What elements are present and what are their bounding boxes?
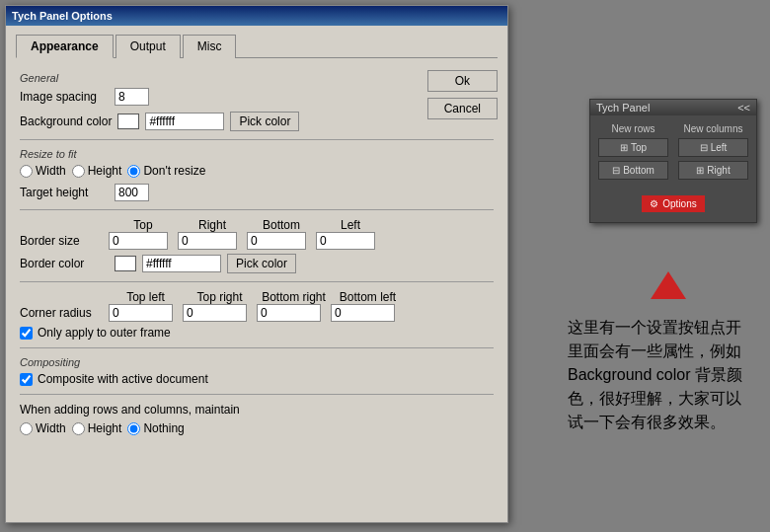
corner-br-header: Bottom right (257, 290, 331, 304)
corner-radius-row: Corner radius (20, 304, 494, 322)
composite-row: Composite with active document (20, 372, 494, 386)
border-size-row: Border size (20, 232, 494, 250)
corner-inputs (109, 304, 405, 322)
border-size-table: Top Right Bottom Left Border size (20, 218, 494, 250)
border-left-input[interactable] (316, 232, 375, 250)
radio-width2-input[interactable] (20, 422, 33, 435)
tych-panel-window: Tych Panel << New rows ⊞ Top ⊟ Bottom Ne… (589, 99, 757, 223)
divider-3 (20, 281, 494, 282)
chinese-text-panel: 这里有一个设置按钮点开里面会有一些属性，例如Background color 背… (553, 306, 770, 444)
radio-nothing[interactable]: Nothing (127, 421, 184, 435)
new-rows-label: New rows (598, 123, 668, 134)
tab-output[interactable]: Output (116, 35, 181, 58)
radio-height-input[interactable] (72, 165, 85, 178)
tab-misc[interactable]: Misc (183, 35, 237, 58)
divider-1 (20, 139, 494, 140)
target-height-label: Target height (20, 186, 109, 199)
corner-radius-table: Top left Top right Bottom right Bottom l… (20, 290, 494, 322)
divider-2 (20, 209, 494, 210)
corner-tr-input[interactable] (183, 304, 247, 322)
corner-tl-input[interactable] (109, 304, 173, 322)
options-row: ⚙ Options (598, 191, 748, 216)
tych-panel-collapse[interactable]: << (737, 102, 750, 114)
red-arrow-icon (651, 271, 686, 299)
bg-color-swatch[interactable] (117, 114, 139, 129)
radio-height2[interactable]: Height (72, 421, 122, 435)
right-icon: ⊞ (696, 165, 704, 176)
tych-panel-body: New rows ⊞ Top ⊟ Bottom New columns ⊟ Le… (590, 115, 756, 222)
bg-color-row: Background color Pick color (20, 112, 494, 131)
top-icon: ⊞ (620, 142, 628, 153)
radio-width2[interactable]: Width (20, 421, 66, 435)
radio-height[interactable]: Height (72, 164, 122, 178)
new-columns-label: New columns (678, 123, 748, 134)
tab-appearance[interactable]: Appearance (16, 35, 114, 58)
corner-tl-header: Top left (109, 290, 183, 304)
chinese-text: 这里有一个设置按钮点开里面会有一些属性，例如Background color 背… (568, 319, 742, 430)
main-dialog: Tych Panel Options Appearance Output Mis… (5, 5, 508, 523)
border-right-header: Right (178, 218, 247, 232)
bottom-button[interactable]: ⊟ Bottom (598, 161, 668, 180)
right-button[interactable]: ⊞ Right (678, 161, 748, 180)
dialog-titlebar: Tych Panel Options (6, 6, 507, 26)
radio-width[interactable]: Width (20, 164, 66, 178)
tych-new-columns-col: New columns ⊟ Left ⊞ Right (678, 123, 748, 184)
dialog-title: Tych Panel Options (12, 10, 113, 22)
top-button[interactable]: ⊞ Top (598, 138, 668, 157)
left-icon: ⊟ (700, 142, 708, 153)
border-top-header: Top (109, 218, 178, 232)
border-color-hex-input[interactable] (142, 255, 221, 272)
tab-bar: Appearance Output Misc (16, 34, 498, 58)
image-spacing-label: Image spacing (20, 90, 109, 104)
border-headers: Top Right Bottom Left (109, 218, 494, 232)
left-button[interactable]: ⊟ Left (678, 138, 748, 157)
ok-button[interactable]: Ok (427, 70, 498, 92)
border-left-header: Left (316, 218, 385, 232)
radio-width-input[interactable] (20, 165, 33, 178)
border-bottom-input[interactable] (247, 232, 306, 250)
tych-new-rows-col: New rows ⊞ Top ⊟ Bottom (598, 123, 668, 184)
border-color-row: Border color Pick color (20, 254, 494, 273)
radio-height2-input[interactable] (72, 422, 85, 435)
bottom-icon: ⊟ (612, 165, 620, 176)
arrow-container (651, 271, 686, 299)
composite-checkbox[interactable] (20, 373, 33, 386)
radio-dont-resize[interactable]: Don't resize (127, 164, 205, 178)
outer-frame-row: Only apply to outer frame (20, 326, 494, 340)
resize-radio-row: Width Height Don't resize (20, 164, 494, 178)
corner-headers: Top left Top right Bottom right Bottom l… (109, 290, 494, 304)
border-bottom-header: Bottom (247, 218, 316, 232)
general-section-label: General (20, 72, 494, 84)
options-button[interactable]: ⚙ Options (642, 195, 704, 212)
cancel-button[interactable]: Cancel (427, 98, 498, 119)
border-right-input[interactable] (178, 232, 237, 250)
border-inputs (109, 232, 385, 250)
dialog-buttons: Ok Cancel (427, 70, 498, 119)
corner-bl-header: Bottom left (331, 290, 405, 304)
outer-frame-label: Only apply to outer frame (38, 326, 171, 340)
composite-label: Composite with active document (38, 372, 208, 386)
corner-br-input[interactable] (257, 304, 321, 322)
outer-frame-checkbox[interactable] (20, 327, 33, 340)
bg-color-hex-input[interactable] (145, 113, 224, 130)
border-top-input[interactable] (109, 232, 168, 250)
radio-nothing-input[interactable] (127, 422, 140, 435)
radio-dont-resize-input[interactable] (127, 165, 140, 178)
resize-section-label: Resize to fit (20, 148, 494, 160)
border-size-label: Border size (20, 234, 109, 248)
corner-radius-label: Corner radius (20, 306, 109, 320)
gear-icon: ⚙ (650, 198, 658, 209)
image-spacing-input[interactable] (115, 88, 149, 106)
corner-bl-input[interactable] (331, 304, 395, 322)
border-color-swatch[interactable] (115, 256, 136, 271)
border-pick-color-button[interactable]: Pick color (227, 254, 296, 273)
bg-color-label: Background color (20, 114, 112, 128)
tych-columns: New rows ⊞ Top ⊟ Bottom New columns ⊟ Le… (598, 123, 748, 184)
divider-4 (20, 347, 494, 348)
target-height-input[interactable] (115, 184, 149, 201)
corner-tr-header: Top right (183, 290, 257, 304)
target-height-row: Target height (20, 184, 494, 201)
maintain-radio-row: Width Height Nothing (20, 421, 494, 435)
image-spacing-row: Image spacing (20, 88, 494, 106)
bg-pick-color-button[interactable]: Pick color (230, 112, 299, 131)
